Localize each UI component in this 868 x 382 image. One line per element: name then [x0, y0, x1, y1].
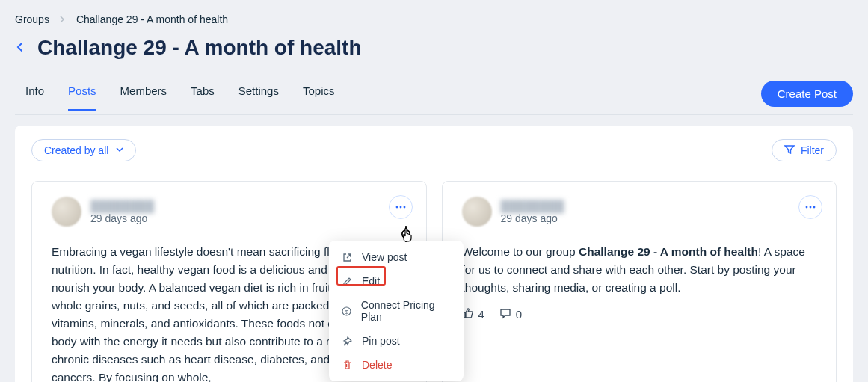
avatar	[52, 197, 81, 227]
tab-topics[interactable]: Topics	[303, 84, 335, 111]
back-button[interactable]	[15, 40, 25, 56]
svg-point-3	[806, 206, 808, 209]
filter-label: Filter	[801, 144, 824, 156]
menu-label: Delete	[362, 359, 392, 371]
post-card: ████████ 29 days ago Welcome to our grou…	[442, 181, 837, 382]
tab-members[interactable]: Members	[120, 84, 167, 111]
svg-point-4	[810, 206, 812, 209]
svg-point-1	[399, 206, 401, 209]
post-context-menu: View post Edit $ Connect Pricing Plan Pi…	[329, 241, 464, 381]
dollar-circle-icon: $	[341, 306, 352, 316]
post-author: ████████	[501, 200, 564, 212]
svg-text:$: $	[345, 308, 348, 315]
external-link-icon	[341, 253, 353, 262]
pencil-icon	[341, 277, 353, 286]
post-more-button[interactable]	[798, 195, 822, 219]
comment-count[interactable]: 0	[499, 307, 522, 321]
post-body-bold: Challange 29 - A month of health	[579, 245, 758, 258]
menu-label: View post	[362, 251, 407, 263]
create-post-button[interactable]: Create Post	[761, 81, 853, 107]
tab-info[interactable]: Info	[25, 84, 44, 111]
svg-point-5	[813, 206, 816, 209]
tabs: Info Posts Members Tabs Settings Topics	[15, 84, 334, 111]
tab-tabs[interactable]: Tabs	[191, 84, 215, 111]
tab-settings[interactable]: Settings	[238, 84, 279, 111]
post-body: Welcome to our group Challange 29 - A mo…	[462, 243, 817, 297]
tab-posts[interactable]: Posts	[68, 84, 96, 111]
pin-icon	[341, 336, 353, 346]
chevron-right-icon	[60, 13, 66, 25]
post-body-text: Welcome to our group	[462, 245, 579, 258]
comment-number: 0	[516, 308, 522, 321]
breadcrumb: Groups Challange 29 - A month of health	[15, 13, 853, 25]
avatar	[462, 197, 492, 227]
svg-point-0	[395, 206, 398, 209]
like-count[interactable]: 4	[462, 307, 484, 321]
menu-connect-pricing[interactable]: $ Connect Pricing Plan	[329, 293, 464, 329]
menu-delete[interactable]: Delete	[329, 353, 464, 377]
created-by-label: Created by all	[44, 144, 108, 156]
menu-label: Pin post	[362, 335, 400, 347]
comment-icon	[499, 307, 511, 321]
post-author: ████████	[90, 200, 154, 212]
breadcrumb-root[interactable]: Groups	[15, 13, 49, 25]
menu-label: Connect Pricing Plan	[361, 299, 452, 323]
svg-point-2	[403, 206, 405, 209]
page-title: Challange 29 - A month of health	[37, 36, 362, 60]
filter-button[interactable]: Filter	[772, 139, 837, 161]
menu-edit[interactable]: Edit	[329, 269, 464, 293]
filter-icon	[784, 144, 795, 156]
like-number: 4	[478, 308, 484, 321]
menu-label: Edit	[362, 275, 380, 287]
post-timestamp: 29 days ago	[90, 212, 154, 224]
breadcrumb-current: Challange 29 - A month of health	[76, 13, 228, 25]
created-by-dropdown[interactable]: Created by all	[31, 139, 136, 161]
chevron-down-icon	[116, 147, 123, 155]
trash-icon	[341, 360, 353, 370]
menu-view-post[interactable]: View post	[329, 245, 464, 269]
menu-pin-post[interactable]: Pin post	[329, 329, 464, 353]
post-more-button[interactable]	[389, 195, 413, 219]
post-timestamp: 29 days ago	[501, 212, 564, 224]
